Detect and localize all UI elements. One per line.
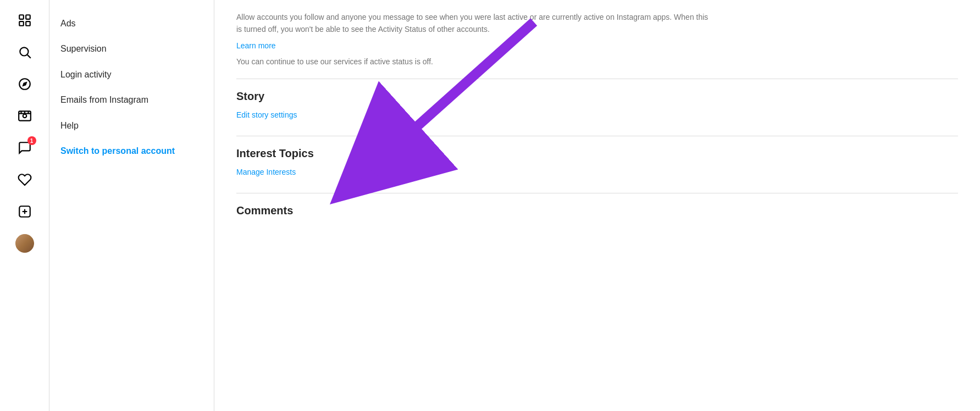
heart-icon	[18, 173, 32, 187]
sidebar-item-home[interactable]	[11, 7, 38, 34]
nav-item-supervision[interactable]: Supervision	[49, 36, 214, 62]
continue-text: You can continue to use our services if …	[236, 55, 958, 68]
activity-status-section: Allow accounts you follow and anyone you…	[236, 0, 958, 79]
story-section: Story Edit story settings	[236, 79, 958, 136]
grid-icon	[18, 13, 32, 27]
compass-icon	[18, 77, 32, 91]
svg-point-9	[23, 114, 26, 118]
activity-status-description: Allow accounts you follow and anyone you…	[236, 11, 709, 36]
svg-rect-1	[26, 15, 30, 19]
nav-item-switch-account[interactable]: Switch to personal account	[49, 138, 214, 164]
message-badge: 1	[27, 136, 36, 145]
manage-interests-link[interactable]: Manage Interests	[236, 168, 958, 176]
svg-rect-3	[26, 21, 30, 26]
sidebar-item-search[interactable]	[11, 38, 38, 66]
svg-point-4	[20, 47, 28, 55]
nav-item-help[interactable]: Help	[49, 113, 214, 138]
interest-topics-title: Interest Topics	[236, 147, 958, 160]
nav-sidebar: Ads Supervision Login activity Emails fr…	[49, 0, 214, 411]
svg-rect-0	[19, 15, 24, 19]
sidebar-icons: 1	[0, 0, 49, 411]
comments-title: Comments	[236, 204, 958, 217]
sidebar-item-profile[interactable]	[11, 230, 38, 257]
edit-story-settings-link[interactable]: Edit story settings	[236, 110, 958, 119]
sidebar-item-messages[interactable]: 1	[11, 134, 38, 162]
svg-rect-2	[19, 21, 24, 26]
svg-marker-7	[22, 81, 27, 86]
search-icon	[18, 45, 32, 59]
video-icon	[18, 109, 32, 123]
nav-item-emails[interactable]: Emails from Instagram	[49, 87, 214, 113]
comments-section: Comments	[236, 193, 958, 236]
plus-square-icon	[18, 204, 32, 219]
learn-more-link[interactable]: Learn more	[236, 41, 958, 50]
svg-line-5	[27, 55, 30, 58]
sidebar-item-create[interactable]	[11, 198, 38, 225]
sidebar-item-reels[interactable]	[11, 102, 38, 130]
sidebar-item-explore[interactable]	[11, 70, 38, 98]
sidebar-item-notifications[interactable]	[11, 166, 38, 193]
interest-topics-section: Interest Topics Manage Interests	[236, 136, 958, 193]
main-wrapper: Allow accounts you follow and anyone you…	[214, 0, 980, 411]
main-content: Allow accounts you follow and anyone you…	[214, 0, 980, 411]
nav-item-ads[interactable]: Ads	[49, 11, 214, 36]
nav-item-login-activity[interactable]: Login activity	[49, 62, 214, 87]
story-title: Story	[236, 90, 958, 103]
avatar	[15, 234, 34, 253]
